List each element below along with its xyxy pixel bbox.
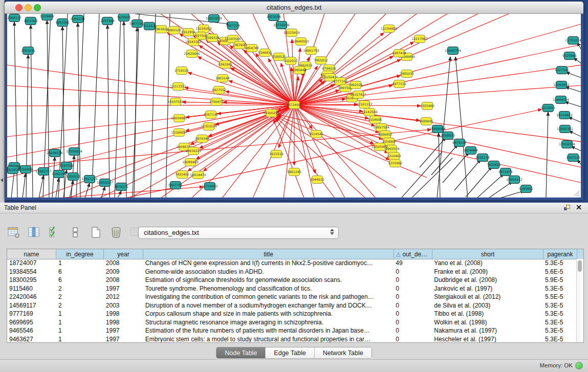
graph-node-2803144[interactable]: 2803144 (215, 75, 230, 82)
graph-node-8454749[interactable]: 8454749 (245, 45, 259, 52)
graph-node-8267130[interactable]: 8267130 (204, 111, 218, 119)
table-selector-dropdown[interactable]: citations_edges.txt (138, 227, 339, 239)
graph-node-12213333[interactable]: 12213333 (170, 83, 186, 91)
create-column-icon[interactable] (89, 226, 102, 239)
black-edge[interactable] (500, 191, 524, 198)
red-edge[interactable] (231, 68, 294, 105)
graph-node-1257564[interactable]: 1257564 (100, 17, 115, 25)
graph-node-1615519[interactable]: 1615519 (269, 150, 284, 158)
graph-node-18107552[interactable]: 18107552 (167, 98, 184, 106)
graph-node-1156869[interactable]: 1156869 (18, 166, 33, 173)
black-edge[interactable] (565, 87, 581, 92)
graph-node-9154695[interactable]: 9154695 (368, 116, 382, 124)
column-header-short[interactable]: short (432, 249, 543, 259)
graph-node-2564117[interactable]: 2564117 (7, 14, 21, 22)
graph-node-8471676[interactable]: 8471676 (498, 168, 513, 176)
black-edge[interactable] (546, 112, 548, 198)
black-edge[interactable] (477, 174, 504, 198)
graph-node-12161227[interactable]: 12161227 (356, 101, 373, 108)
graph-node-11154808[interactable]: 11154808 (381, 25, 397, 33)
graph-node-8938923[interactable]: 8938923 (441, 132, 455, 140)
graph-node-16053809[interactable]: 16053809 (206, 15, 222, 23)
red-edge[interactable] (294, 85, 581, 105)
black-edge[interactable] (124, 21, 126, 198)
red-edge[interactable] (7, 105, 294, 106)
network-window-titlebar[interactable]: citations_edges.txt (5, 2, 583, 14)
column-header-year[interactable]: year (104, 249, 143, 259)
red-edge[interactable] (294, 105, 420, 120)
graph-node-18099489[interactable]: 18099489 (182, 159, 199, 166)
graph-node-7515520[interactable]: 7515520 (142, 23, 157, 30)
black-edge[interactable] (118, 191, 121, 198)
table-row[interactable]: 911546021997Tourette syndrome. Phenomeno… (7, 285, 577, 293)
graph-node-1350513[interactable]: 1350513 (66, 173, 80, 181)
graph-node-8427552[interactable]: 8427552 (212, 86, 226, 94)
graph-node-8813054[interactable]: 8813054 (267, 14, 281, 21)
red-edge[interactable] (294, 45, 581, 105)
table-row[interactable]: 969969511998Structural magnetic resonanc… (7, 318, 577, 327)
graph-node-3915911[interactable]: 3915911 (7, 166, 20, 174)
select-all-icon[interactable] (48, 226, 61, 239)
red-edge[interactable] (215, 105, 294, 125)
graph-node-1700477[interactable]: 1700477 (209, 98, 224, 106)
row-height-icon[interactable] (69, 226, 82, 239)
graph-node-9529966[interactable]: 9529966 (562, 52, 577, 60)
column-header-in_degree[interactable]: in_degree (56, 249, 104, 259)
graph-node-12942757[interactable]: 12942757 (35, 168, 52, 176)
graph-node-1990448[interactable]: 1990448 (292, 67, 307, 74)
graph-node-7857224[interactable]: 7857224 (226, 22, 240, 30)
graph-node-9474444[interactable]: 9474444 (464, 147, 478, 155)
red-edge[interactable] (188, 73, 294, 105)
network-canvas[interactable]: 1872400718300295122133331810755218054982… (7, 14, 581, 198)
graph-node-2051036[interactable]: 2051036 (21, 47, 35, 55)
graph-node-1678275[interactable]: 1678275 (114, 183, 128, 191)
red-edge[interactable] (277, 116, 427, 178)
black-edge[interactable] (23, 173, 26, 198)
graph-node-9861245[interactable]: 9861245 (287, 168, 301, 176)
show-columns-icon[interactable] (28, 226, 41, 239)
graph-node-9857791[interactable]: 9857791 (168, 182, 183, 189)
graph-node-1514545[interactable]: 1514545 (309, 130, 323, 138)
table-scrollbar[interactable] (576, 259, 583, 342)
graph-node-18640910[interactable]: 18640910 (293, 38, 309, 46)
red-edge[interactable] (275, 118, 335, 198)
graph-node-9146821[interactable]: 9146821 (258, 49, 272, 57)
black-edge[interactable] (107, 25, 110, 198)
graph-node-22420046[interactable]: 22420046 (184, 50, 200, 58)
graph-node-7678925[interactable]: 7678925 (117, 14, 131, 21)
table-row[interactable]: 1938455462009Genome-wide association stu… (7, 268, 577, 276)
graph-node-16961758[interactable]: 16961758 (303, 47, 319, 55)
float-panel-icon[interactable] (563, 204, 571, 211)
graph-node-1097434[interactable]: 1097434 (392, 50, 406, 57)
table-row[interactable]: 946362711997Embryonic stem cells: a mode… (7, 335, 577, 343)
graph-node-9242843[interactable]: 9242843 (218, 61, 232, 69)
red-edge[interactable] (198, 57, 294, 105)
red-edge[interactable] (7, 65, 294, 105)
red-edge[interactable] (276, 118, 365, 198)
table-row[interactable]: 977716911998Corpus callosum shape and si… (7, 310, 577, 318)
red-edge[interactable] (294, 77, 298, 105)
table-row[interactable]: 1872400712008Changes of HCN gene express… (7, 259, 577, 268)
graph-node-8260136[interactable]: 8260136 (71, 15, 85, 23)
column-header-pagerank[interactable]: pagerank (543, 249, 577, 259)
graph-node-1877516[interactable]: 1877516 (392, 80, 406, 88)
resize-grip-icon[interactable] (573, 189, 580, 196)
delete-columns-icon[interactable] (110, 226, 123, 239)
table-row[interactable]: 946554611997Estimation of the future num… (7, 326, 577, 335)
graph-node-15751074[interactable]: 15751074 (565, 37, 581, 45)
graph-node-7955812[interactable]: 7955812 (314, 57, 328, 64)
graph-node-17957225[interactable]: 17957225 (81, 176, 98, 183)
graph-node-7632621[interactable]: 7632621 (487, 161, 501, 169)
black-edge[interactable] (401, 152, 442, 198)
graph-node-12353534[interactable]: 12353534 (201, 123, 217, 130)
graph-node-1210463[interactable]: 1210463 (387, 152, 401, 160)
column-header-title[interactable]: title (143, 249, 394, 259)
graph-node-1044810[interactable]: 1044810 (310, 176, 324, 184)
table-row[interactable]: 1456911722003Disruption of a novel membe… (7, 301, 577, 310)
collapse-arrow-icon[interactable] (1, 178, 3, 182)
table-row[interactable]: 1830029562008Estimation of significance … (7, 276, 577, 285)
red-edge[interactable] (294, 105, 368, 119)
column-header-name[interactable]: name (7, 249, 56, 259)
graph-node-7462026[interactable]: 7462026 (349, 81, 363, 89)
black-edge[interactable] (26, 55, 28, 198)
